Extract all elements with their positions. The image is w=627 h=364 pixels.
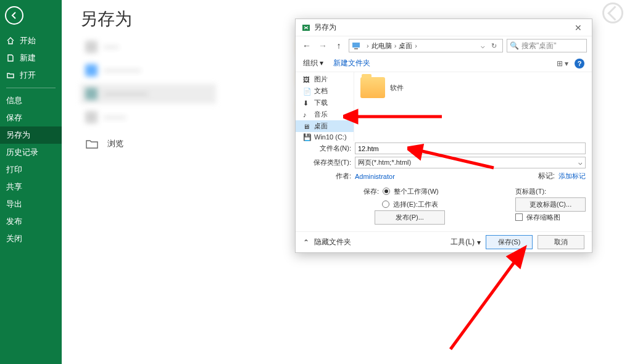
nav-up-button[interactable]: ↑	[333, 39, 345, 52]
chevron-down-icon: ▾	[477, 238, 481, 247]
sidebar-item-history[interactable]: 历史记录	[0, 144, 62, 161]
downloads-icon: ⬇	[303, 99, 312, 107]
search-placeholder: 搜索"桌面"	[521, 41, 557, 51]
chevron-right-icon: ›	[367, 42, 369, 49]
sidebar-separator	[6, 88, 56, 88]
browse-label: 浏览	[107, 138, 123, 149]
nav-back-button[interactable]: ←	[301, 39, 313, 52]
file-list-pane[interactable]: 软件	[354, 72, 592, 141]
cancel-button[interactable]: 取消	[538, 235, 584, 249]
refresh-button[interactable]: ↻	[488, 42, 500, 50]
sidebar-item-export[interactable]: 导出	[0, 196, 62, 213]
folder-label: 软件	[390, 83, 404, 93]
address-dropdown[interactable]: ⌵	[478, 42, 488, 50]
author-label: 作者:	[324, 172, 351, 181]
tree-item-documents[interactable]: 📄文档	[296, 85, 354, 97]
sidebar-item-label: 导出	[6, 199, 22, 210]
tree-item-desktop[interactable]: 🖥桌面	[296, 120, 354, 132]
sidebar-item-close[interactable]: 关闭	[0, 230, 62, 247]
locations-column: —— ————— —————— ——— 浏览	[80, 37, 216, 155]
radio-label: 整个工作薄(W)	[394, 187, 439, 196]
dialog-toolbar: 组织 ▾ 新建文件夹 ⊞ ▾ ?	[296, 55, 592, 72]
help-icon[interactable]: ?	[575, 59, 584, 68]
radio-label: 选择(E):工作表	[393, 200, 438, 209]
folder-icon	[360, 77, 385, 98]
saveas-dialog: 另存为 ✕ ← → ↑ › 此电脑 › 桌面 › ⌵ ↻ 🔍 搜索"桌面" 组织…	[295, 19, 592, 253]
home-icon	[6, 36, 15, 45]
sidebar-item-info[interactable]: 信息	[0, 92, 62, 109]
search-icon: 🔍	[510, 41, 519, 50]
tree-item-pictures[interactable]: 🖼图片	[296, 73, 354, 85]
expand-icon[interactable]: ⌃	[303, 238, 309, 247]
pc-icon	[352, 41, 362, 50]
sidebar-item-print[interactable]: 打印	[0, 161, 62, 178]
tools-menu[interactable]: 工具(L) ▾	[451, 237, 481, 247]
new-icon	[6, 54, 15, 62]
tree-item-label: 音乐	[314, 110, 328, 119]
backstage-sidebar: 开始 新建 打开 信息 保存 另存为 历史记录 打印 共享 导出 发布 关闭	[0, 0, 62, 364]
search-input[interactable]: 🔍 搜索"桌面"	[507, 39, 587, 52]
page-title-label: 页标题(T):	[515, 187, 546, 196]
sidebar-item-label: 新建	[20, 52, 36, 64]
add-tag-link[interactable]: 添加标记	[558, 172, 586, 181]
tree-item-drive-c[interactable]: 💾Win10 (C:)	[296, 132, 354, 142]
sidebar-item-new[interactable]: 新建	[0, 49, 62, 67]
view-options-button[interactable]: ⊞ ▾	[557, 59, 568, 68]
recent-location-item[interactable]: ———	[80, 107, 216, 127]
address-bar[interactable]: › 此电脑 › 桌面 › ⌵ ↻	[349, 39, 503, 52]
change-title-button[interactable]: 更改标题(C)...	[515, 197, 586, 212]
sidebar-item-save[interactable]: 保存	[0, 109, 62, 126]
sidebar-item-label: 打印	[6, 164, 22, 175]
address-segment[interactable]: 此电脑	[372, 41, 392, 51]
back-button[interactable]	[5, 6, 23, 25]
hide-folders-link[interactable]: 隐藏文件夹	[314, 237, 351, 247]
sidebar-item-label: 另存为	[6, 130, 30, 141]
organize-menu[interactable]: 组织 ▾	[303, 58, 323, 68]
svg-rect-1	[352, 43, 360, 48]
radio-selection[interactable]	[382, 201, 389, 208]
author-value[interactable]: Administrator	[355, 173, 395, 180]
save-scope-label: 保存:	[363, 187, 379, 196]
radio-whole-workbook[interactable]	[383, 188, 390, 195]
tree-item-label: 下载	[314, 98, 328, 107]
sidebar-item-share[interactable]: 共享	[0, 178, 62, 196]
recent-location-item[interactable]: ——————	[80, 84, 216, 104]
filename-input[interactable]	[355, 143, 586, 154]
sidebar-item-label: 信息	[6, 95, 22, 106]
nav-forward-button[interactable]: →	[317, 39, 329, 52]
filename-label: 文件名(N):	[308, 144, 351, 153]
svg-rect-2	[354, 48, 358, 49]
new-folder-button[interactable]: 新建文件夹	[333, 58, 370, 68]
recent-location-item[interactable]: ——	[80, 37, 216, 57]
save-button[interactable]: 保存(S)	[486, 235, 533, 249]
dialog-body: 🖼图片 📄文档 ⬇下载 ♪音乐 🖥桌面 💾Win10 (C:) 软件	[296, 72, 592, 141]
dialog-titlebar: 另存为 ✕	[296, 19, 592, 36]
folder-item[interactable]: 软件	[360, 77, 404, 98]
browse-button[interactable]: 浏览	[80, 132, 216, 155]
sidebar-item-label: 发布	[6, 216, 22, 227]
chevron-right-icon: ›	[415, 42, 417, 49]
dialog-title: 另存为	[314, 22, 336, 33]
sidebar-item-label: 打开	[20, 70, 36, 81]
filetype-select[interactable]: 网页(*.htm;*.html) ⌵	[355, 157, 586, 168]
sidebar-item-saveas[interactable]: 另存为	[0, 126, 62, 144]
tree-item-downloads[interactable]: ⬇下载	[296, 97, 354, 109]
dialog-form: 文件名(N): 保存类型(T): 网页(*.htm;*.html) ⌵ 作者: …	[296, 141, 592, 230]
recent-location-item[interactable]: —————	[80, 60, 216, 80]
sidebar-item-publish[interactable]: 发布	[0, 213, 62, 230]
sidebar-item-label: 保存	[6, 112, 22, 123]
publish-button[interactable]: 发布(P)...	[375, 210, 445, 225]
tree-item-label: 图片	[314, 75, 328, 84]
tree-item-music[interactable]: ♪音乐	[296, 109, 354, 120]
open-icon	[6, 71, 15, 80]
sidebar-item-label: 关闭	[6, 233, 22, 244]
address-segment[interactable]: 桌面	[399, 41, 412, 51]
sidebar-item-home[interactable]: 开始	[0, 32, 62, 49]
music-icon: ♪	[303, 111, 312, 118]
chevron-down-icon: ▾	[320, 59, 323, 67]
sidebar-item-open[interactable]: 打开	[0, 67, 62, 84]
save-thumbnail-checkbox[interactable]	[515, 213, 523, 221]
drive-icon: 💾	[303, 133, 312, 141]
close-button[interactable]: ✕	[568, 20, 588, 35]
tree-item-label: 桌面	[314, 122, 328, 131]
